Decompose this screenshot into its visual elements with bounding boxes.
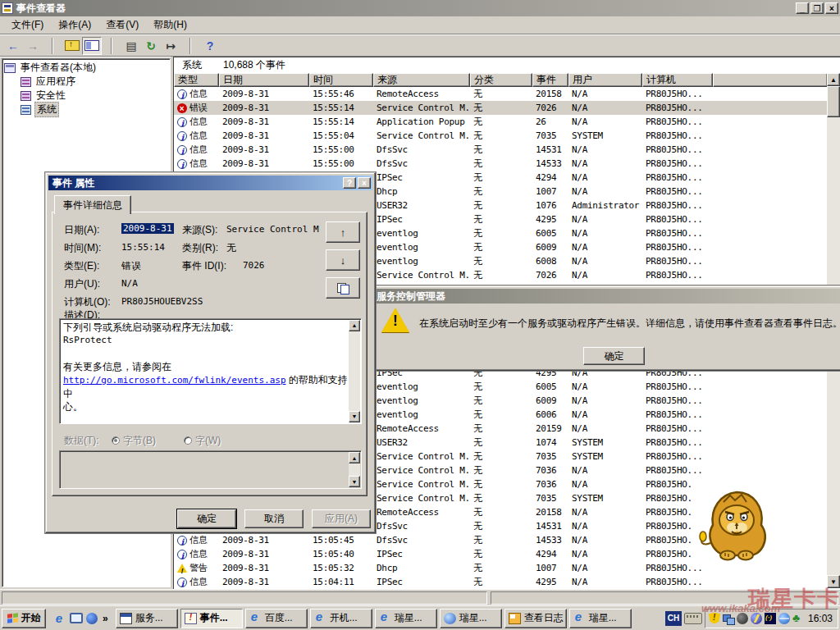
copy-button[interactable] — [326, 277, 360, 299]
cell-source: eventlog — [373, 226, 470, 240]
column-header[interactable]: 用户 — [568, 73, 642, 87]
toolbar-button[interactable]: ↦ — [161, 37, 180, 55]
ie-quicklaunch-icon[interactable]: e — [52, 611, 66, 626]
data-scrollbar[interactable]: ▲ ▼ — [349, 452, 360, 487]
toolbar-button[interactable]: → — [23, 37, 43, 55]
tree-item[interactable]: 系统 — [4, 103, 170, 116]
scroll-thumb[interactable] — [827, 86, 840, 117]
table-row[interactable]: 信息 2009-8-31 15:55:00 DfsSvc 无 14531 N/A… — [174, 143, 828, 157]
menu-item[interactable]: 操作(A) — [52, 16, 98, 34]
toolbar-button[interactable] — [82, 37, 102, 55]
table-row[interactable]: 信息 2009-8-31 15:04:11 IPSec 无 4295 N/A P… — [174, 575, 828, 589]
scm-ok-button[interactable]: 确定 — [583, 347, 645, 365]
cell-category: 无 — [470, 185, 532, 199]
table-row[interactable]: 信息 2009-8-31 15:55:14 Application Popup … — [174, 115, 828, 129]
apply-button[interactable]: 应用(A) — [312, 509, 371, 528]
menu-item[interactable]: 帮助(H) — [147, 16, 194, 34]
start-button[interactable]: 开始 — [2, 609, 46, 628]
toolbar-button[interactable] — [102, 37, 121, 55]
column-header[interactable]: 事件 — [532, 73, 568, 87]
cell-source: Dhcp — [373, 561, 470, 575]
taskbar-window-button[interactable]: 瑞星... — [569, 609, 632, 628]
tree-item[interactable]: 应用程序 — [4, 75, 170, 89]
cell-event-id: 4294 — [532, 171, 568, 185]
column-header[interactable]: 类型 — [174, 73, 219, 87]
help-button[interactable]: ? — [343, 177, 356, 189]
event-details-page: 日期(A): 2009-8-31 来源(S): Service Control … — [52, 212, 368, 496]
cell-event-id: 14531 — [532, 519, 568, 533]
ok-button[interactable]: 确定 — [177, 509, 236, 528]
scroll-down-button[interactable]: ▼ — [349, 411, 360, 422]
scroll-up-button[interactable]: ▲ — [349, 452, 360, 463]
column-header[interactable]: 日期 — [219, 73, 309, 87]
taskbar-window-button[interactable]: 事件... — [180, 609, 243, 628]
cell-event-id: 7036 — [532, 463, 568, 477]
cell-filler — [713, 87, 828, 101]
tree-root-event-viewer[interactable]: 事件查看器(本地) — [4, 61, 170, 75]
cell-computer: PR80J5HO... — [642, 129, 713, 143]
toolbar-button[interactable] — [62, 37, 82, 55]
column-header[interactable]: 计算机 — [642, 73, 713, 87]
radio-words[interactable]: 字(W) — [184, 434, 221, 448]
toolbar-button[interactable] — [43, 37, 62, 55]
column-header[interactable]: 分类 — [470, 73, 532, 87]
taskbar-window-button[interactable]: 开机... — [310, 609, 372, 628]
menu-item[interactable]: 文件(F) — [5, 16, 50, 34]
log-icon — [21, 105, 31, 115]
data-box[interactable]: ▲ ▼ — [59, 450, 362, 489]
scroll-up-button[interactable]: ▲ — [349, 320, 360, 331]
cell-user: N/A — [568, 157, 642, 171]
table-row[interactable]: 信息 2009-8-31 15:55:46 RemoteAccess 无 201… — [174, 87, 828, 101]
description-box[interactable]: 下列引导或系统启动驱动程序无法加载: RsProtect 有关更多信息，请参阅在… — [59, 318, 362, 424]
table-row[interactable]: 信息 2009-8-31 15:55:00 DfsSvc 无 14533 N/A… — [174, 157, 828, 171]
tray-icon[interactable] — [792, 613, 804, 624]
column-header[interactable] — [713, 73, 828, 87]
taskbar-window-button[interactable]: 百度... — [245, 609, 308, 628]
toolbar-button[interactable] — [180, 37, 200, 55]
tree-item[interactable]: 安全性 — [4, 89, 170, 103]
tray-clock[interactable]: 16:03 — [806, 613, 833, 624]
toolbar-button[interactable]: ← — [3, 37, 23, 55]
scm-message: 在系统启动时至少有一个服务或驱动程序产生错误。详细信息，请使用事件查看器查看事件… — [419, 317, 838, 331]
minimize-button[interactable]: _ — [796, 2, 809, 14]
scroll-up-button[interactable]: ▲ — [827, 73, 840, 86]
taskbar-window-button[interactable]: 瑞星... — [375, 609, 437, 628]
cancel-button[interactable]: 取消 — [244, 509, 304, 528]
column-header[interactable]: 来源 — [373, 73, 470, 87]
task-icon — [185, 613, 197, 624]
scroll-down-button[interactable]: ▼ — [349, 476, 360, 487]
toolbar-button[interactable]: ▤ — [121, 37, 141, 55]
taskbar-window-button[interactable]: 查看日志 — [504, 609, 567, 628]
chevron-icon[interactable]: » — [101, 613, 110, 624]
taskbar-window-button[interactable]: 服务... — [116, 609, 178, 628]
menu-item[interactable]: 查看(V) — [99, 16, 145, 34]
type-label: 类型(E): — [64, 259, 99, 273]
taskbar-window-button[interactable]: 瑞星... — [440, 609, 502, 628]
date-value: 2009-8-31 — [121, 223, 174, 234]
language-indicator[interactable]: CH — [665, 611, 682, 626]
description-scrollbar[interactable]: ▲ ▼ — [349, 320, 360, 422]
cell-computer: PR80J5HO... — [642, 185, 713, 199]
toolbar-button[interactable]: ↻ — [141, 37, 161, 55]
keyboard-icon[interactable] — [684, 613, 702, 624]
cell-computer: PR80J5HO... — [642, 87, 713, 101]
next-event-button[interactable]: ↓ — [326, 249, 360, 271]
table-row[interactable]: 错误 2009-8-31 15:55:14 Service Control M.… — [174, 101, 828, 115]
events-help-link[interactable]: http://go.microsoft.com/fwlink/events.as… — [63, 375, 286, 386]
cell-date: 2009-8-31 — [219, 101, 309, 115]
kaka-lion-mascot[interactable] — [694, 484, 776, 566]
media-player-icon[interactable] — [86, 613, 98, 624]
toolbar-button[interactable]: ? — [200, 37, 220, 55]
show-desktop-icon[interactable] — [70, 613, 83, 623]
radio-bytes[interactable]: 字节(B) — [112, 434, 156, 448]
source-value: Service Control M — [226, 224, 319, 235]
table-row[interactable]: 信息 2009-8-31 15:55:04 Service Control M.… — [174, 129, 828, 143]
close-icon[interactable]: × — [358, 177, 371, 189]
tab-event-details[interactable]: 事件详细信息 — [54, 195, 131, 214]
previous-event-button[interactable]: ↑ — [326, 221, 360, 243]
column-header[interactable]: 时间 — [309, 73, 373, 87]
close-button[interactable]: × — [825, 2, 838, 14]
restore-button[interactable]: ❐ — [810, 2, 824, 14]
category-value: 无 — [226, 241, 236, 255]
cell-source: Service Control M... — [373, 491, 470, 505]
